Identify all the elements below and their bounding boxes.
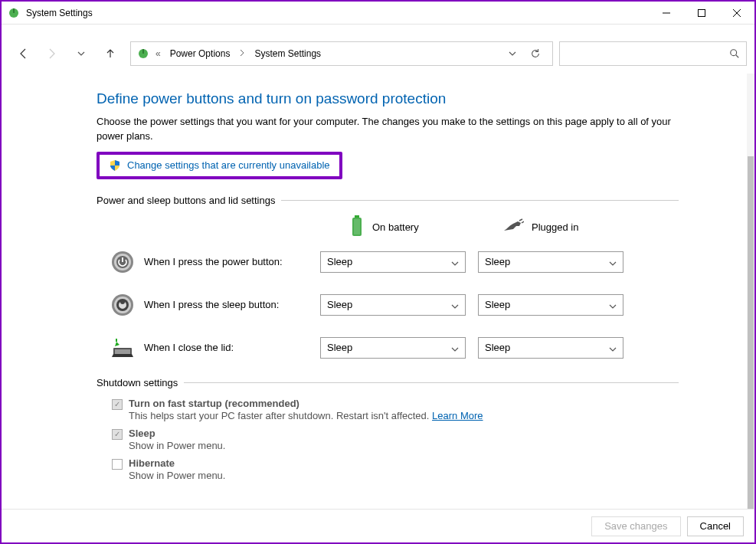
checkbox-sleep[interactable]: ✓ xyxy=(112,429,123,440)
up-button[interactable] xyxy=(103,44,118,63)
column-plugged: Plugged in xyxy=(502,218,656,236)
section-power-sleep: Power and sleep buttons and lid settings… xyxy=(97,195,679,362)
window-controls xyxy=(649,2,754,25)
check-desc: Show in Power menu. xyxy=(129,440,225,451)
lid-plugged-dropdown[interactable]: Sleep xyxy=(478,337,623,359)
check-desc: This helps start your PC faster after sh… xyxy=(129,410,483,421)
setting-label: When I press the power button: xyxy=(136,256,320,267)
close-button[interactable] xyxy=(719,2,754,25)
change-settings-link[interactable]: Change settings that are currently unava… xyxy=(127,159,330,171)
learn-more-link[interactable]: Learn More xyxy=(432,410,483,421)
svg-rect-7 xyxy=(142,49,144,54)
recent-dropdown-button[interactable] xyxy=(74,44,89,63)
column-plugged-label: Plugged in xyxy=(532,221,578,233)
plug-icon xyxy=(502,218,524,236)
maximize-button[interactable] xyxy=(684,2,719,25)
checkbox-hibernate[interactable] xyxy=(112,459,123,470)
divider xyxy=(184,382,679,383)
chevron-down-icon xyxy=(451,301,459,309)
forward-button[interactable] xyxy=(44,44,60,63)
chevron-down-icon xyxy=(451,258,459,266)
svg-line-14 xyxy=(522,221,524,223)
check-desc: Show in Power menu. xyxy=(129,470,225,481)
check-item-hibernate: Hibernate Show in Power menu. xyxy=(112,457,679,481)
scrollbar-thumb[interactable] xyxy=(748,156,754,509)
svg-rect-1 xyxy=(13,8,15,13)
chevron-down-icon xyxy=(609,301,617,309)
breadcrumb-dropdown-button[interactable] xyxy=(505,46,520,61)
check-label: Hibernate xyxy=(129,457,225,469)
titlebar: System Settings xyxy=(2,2,754,25)
divider xyxy=(281,200,679,201)
app-icon xyxy=(8,7,20,19)
breadcrumb-item-power-options[interactable]: Power Options xyxy=(167,48,234,59)
svg-point-8 xyxy=(731,50,737,56)
chevron-right-icon xyxy=(237,48,247,59)
breadcrumb-prefix: « xyxy=(154,48,162,59)
search-icon xyxy=(729,48,740,59)
dropdown-value: Sleep xyxy=(327,342,352,353)
back-button[interactable] xyxy=(15,44,31,63)
titlebar-left: System Settings xyxy=(8,7,93,19)
sleep-button-icon xyxy=(109,291,136,319)
battery-icon xyxy=(349,215,365,239)
setting-row-power-button: When I press the power button: Sleep Sle… xyxy=(97,248,679,276)
dropdown-value: Sleep xyxy=(327,299,352,310)
sleep-button-plugged-dropdown[interactable]: Sleep xyxy=(478,294,623,316)
page-description: Choose the power settings that you want … xyxy=(97,115,679,144)
content-area: Define power buttons and turn on passwor… xyxy=(2,74,754,509)
power-button-icon xyxy=(109,248,136,276)
section-shutdown: Shutdown settings ✓ Turn on fast startup… xyxy=(97,377,679,481)
setting-row-lid: When I close the lid: Sleep Sleep xyxy=(97,334,679,362)
check-item-fast-startup: ✓ Turn on fast startup (recommended) Thi… xyxy=(112,398,679,421)
save-changes-button[interactable]: Save changes xyxy=(591,516,680,536)
scrollbar-track[interactable] xyxy=(747,74,754,509)
cancel-button[interactable]: Cancel xyxy=(687,516,744,536)
svg-rect-12 xyxy=(354,219,360,234)
svg-rect-10 xyxy=(355,215,359,218)
sleep-button-battery-dropdown[interactable]: Sleep xyxy=(320,294,466,316)
svg-rect-22 xyxy=(115,349,130,354)
svg-line-9 xyxy=(736,55,739,58)
column-headers: On battery Plugged in xyxy=(97,215,679,239)
window-title: System Settings xyxy=(26,8,93,18)
chevron-down-icon xyxy=(451,344,459,352)
check-label: Sleep xyxy=(129,428,225,439)
check-desc-text: This helps start your PC faster after sh… xyxy=(129,410,429,421)
dropdown-value: Sleep xyxy=(485,299,510,310)
setting-row-sleep-button: When I press the sleep button: Sleep Sle… xyxy=(97,291,679,319)
toolbar: « Power Options System Settings xyxy=(2,25,754,74)
breadcrumb-item-system-settings[interactable]: System Settings xyxy=(251,48,324,59)
column-battery-label: On battery xyxy=(372,221,419,233)
laptop-lid-icon xyxy=(109,334,136,362)
section-title-shutdown: Shutdown settings xyxy=(97,377,178,388)
power-button-plugged-dropdown[interactable]: Sleep xyxy=(478,251,623,273)
check-label: Turn on fast startup (recommended) xyxy=(129,398,483,409)
setting-label: When I press the sleep button: xyxy=(136,299,320,310)
dropdown-value: Sleep xyxy=(485,342,510,353)
lid-battery-dropdown[interactable]: Sleep xyxy=(320,337,466,359)
minimize-button[interactable] xyxy=(649,2,684,25)
dropdown-value: Sleep xyxy=(327,256,352,267)
content-scroll[interactable]: Define power buttons and turn on passwor… xyxy=(2,74,754,509)
page-heading: Define power buttons and turn on passwor… xyxy=(97,90,679,107)
checkbox-fast-startup[interactable]: ✓ xyxy=(112,399,123,410)
check-item-sleep: ✓ Sleep Show in Power menu. xyxy=(112,428,679,451)
change-settings-highlight: Change settings that are currently unava… xyxy=(97,152,342,179)
chevron-down-icon xyxy=(609,258,617,266)
section-title-power: Power and sleep buttons and lid settings xyxy=(97,195,275,206)
power-button-battery-dropdown[interactable]: Sleep xyxy=(320,251,466,273)
search-box[interactable] xyxy=(559,41,747,66)
svg-rect-3 xyxy=(699,9,705,16)
window: System Settings xyxy=(0,0,756,544)
dropdown-value: Sleep xyxy=(485,256,510,267)
chevron-down-icon xyxy=(609,344,617,352)
breadcrumb-bar[interactable]: « Power Options System Settings xyxy=(130,41,553,66)
shield-icon xyxy=(109,159,121,172)
svg-line-13 xyxy=(519,219,522,221)
column-battery: On battery xyxy=(349,215,502,239)
footer: Save changes Cancel xyxy=(2,509,754,542)
nav-arrows xyxy=(15,44,124,63)
refresh-button[interactable] xyxy=(528,46,543,61)
setting-label: When I close the lid: xyxy=(136,342,320,353)
